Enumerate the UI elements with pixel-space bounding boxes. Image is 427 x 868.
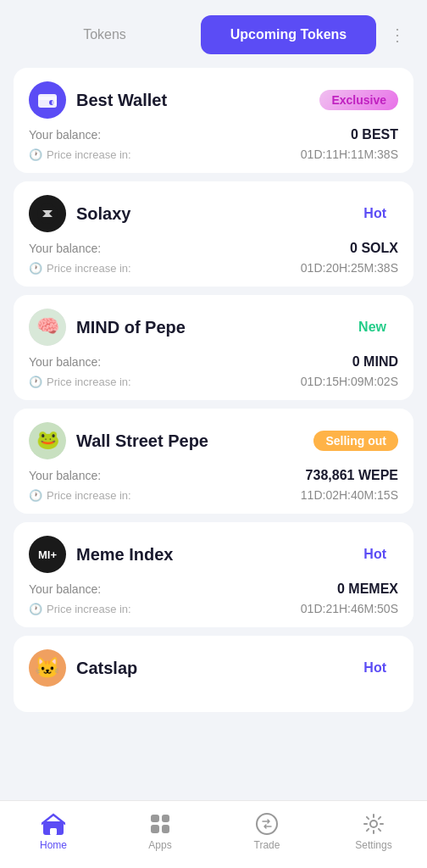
timer-value-mind-of-pepe: 01D:15H:09M:02S [301,375,398,388]
balance-value-mind-of-pepe: 0 MIND [352,354,398,370]
trade-icon [255,812,279,836]
token-card-mind-of-pepe[interactable]: 🧠 MIND of Pepe New Your balance: 0 MIND … [14,295,413,400]
nav-label-settings: Settings [355,839,391,851]
token-badge-catslap: Hot [352,657,398,679]
timer-label-meme-index: 🕐 Price increase in: [29,603,131,615]
token-name-catslap: Catslap [76,659,137,678]
tab-bar: Tokens Upcoming Tokens ⋮ [0,0,427,64]
token-balance-row-wall-street-pepe: Your balance: 738,861 WEPE [29,468,398,483]
svg-point-11 [370,821,377,827]
balance-label-meme-index: Your balance: [29,582,101,596]
token-badge-wall-street-pepe: Selling out [313,431,398,451]
nav-item-trade[interactable]: Trade [214,812,320,851]
balance-label-solaxy: Your balance: [29,242,101,255]
token-balance-row-best-wallet: Your balance: 0 BEST [29,127,398,142]
clock-icon-solaxy: 🕐 [29,262,42,275]
token-timer-row-wall-street-pepe: 🕐 Price increase in: 11D:02H:40M:15S [29,488,398,502]
token-card-best-wallet[interactable]: Best Wallet Exclusive Your balance: 0 BE… [14,68,413,173]
token-name-wall-street-pepe: Wall Street Pepe [76,431,208,451]
nav-item-home[interactable]: Home [0,812,107,851]
tab-upcoming-tokens[interactable]: Upcoming Tokens [201,15,376,54]
timer-label-wall-street-pepe: 🕐 Price increase in: [29,489,131,502]
clock-icon-meme-index: 🕐 [29,603,42,615]
token-timer-row-solaxy: 🕐 Price increase in: 01D:20H:25M:38S [29,261,398,275]
timer-value-solaxy: 01D:20H:25M:38S [301,261,398,275]
svg-text:🐸: 🐸 [36,428,60,451]
token-balance-row-mind-of-pepe: Your balance: 0 MIND [29,354,398,370]
token-name-meme-index: Meme Index [76,545,173,565]
balance-label-wall-street-pepe: Your balance: [29,469,101,482]
tab-tokens[interactable]: Tokens [17,15,192,54]
bottom-nav: Home Apps Trade [0,800,427,868]
token-badge-meme-index: Hot [352,543,398,565]
balance-value-best-wallet: 0 BEST [351,127,398,142]
timer-label-best-wallet: 🕐 Price increase in: [29,148,131,161]
token-balance-row-solaxy: Your balance: 0 SOLX [29,241,398,256]
timer-value-best-wallet: 01D:11H:11M:38S [301,147,398,161]
token-name-solaxy: Solaxy [76,204,130,224]
token-card-solaxy[interactable]: Solaxy Hot Your balance: 0 SOLX 🕐 Price … [14,181,413,287]
clock-icon-mind-of-pepe: 🕐 [29,376,42,388]
nav-label-trade: Trade [254,839,280,851]
token-balance-row-meme-index: Your balance: 0 MEMEX [29,581,398,597]
token-badge-mind-of-pepe: New [347,316,398,338]
token-name-best-wallet: Best Wallet [76,91,167,110]
token-card-meme-index[interactable]: MI+ Meme Index Hot Your balance: 0 MEMEX… [14,522,413,627]
token-card-catslap[interactable]: 🐱 Catslap Hot [14,636,413,712]
token-card-wall-street-pepe[interactable]: 🐸 Wall Street Pepe Selling out Your bala… [14,409,413,514]
token-badge-best-wallet: Exclusive [319,90,398,110]
nav-label-home: Home [40,839,67,851]
trade-circle-icon [256,813,278,835]
balance-value-meme-index: 0 MEMEX [337,581,398,597]
balance-label-best-wallet: Your balance: [29,128,101,142]
timer-label-solaxy: 🕐 Price increase in: [29,262,131,275]
clock-icon-best-wallet: 🕐 [29,148,42,161]
nav-label-apps: Apps [148,839,171,851]
token-icon-solaxy [29,195,66,232]
token-icon-best-wallet [29,81,66,119]
token-icon-mind-of-pepe: 🧠 [29,309,66,346]
timer-value-wall-street-pepe: 11D:02H:40M:15S [301,488,398,502]
token-list: Best Wallet Exclusive Your balance: 0 BE… [0,64,427,780]
token-timer-row-best-wallet: 🕐 Price increase in: 01D:11H:11M:38S [29,147,398,161]
svg-rect-10 [50,828,57,835]
token-timer-row-meme-index: 🕐 Price increase in: 01D:21H:46M:50S [29,602,398,615]
svg-point-3 [52,100,57,105]
nav-item-apps[interactable]: Apps [107,812,214,851]
svg-rect-1 [38,97,57,100]
nav-item-settings[interactable]: Settings [320,812,427,851]
timer-value-meme-index: 01D:21H:46M:50S [301,602,398,615]
settings-icon [362,812,385,836]
apps-grid-icon [151,815,169,833]
token-name-mind-of-pepe: MIND of Pepe [76,318,186,337]
timer-label-mind-of-pepe: 🕐 Price increase in: [29,376,131,388]
token-icon-wall-street-pepe: 🐸 [29,422,66,459]
apps-icon [148,812,172,836]
balance-value-wall-street-pepe: 738,861 WEPE [306,468,398,483]
home-icon [42,812,65,836]
more-options-button[interactable]: ⋮ [385,22,410,47]
svg-text:🧠: 🧠 [36,314,60,337]
token-icon-catslap: 🐱 [29,649,66,687]
token-badge-solaxy: Hot [352,203,398,225]
balance-label-mind-of-pepe: Your balance: [29,355,101,369]
balance-value-solaxy: 0 SOLX [350,241,398,256]
token-timer-row-mind-of-pepe: 🕐 Price increase in: 01D:15H:09M:02S [29,375,398,388]
clock-icon-wall-street-pepe: 🕐 [29,489,42,502]
token-icon-meme-index: MI+ [29,536,66,573]
